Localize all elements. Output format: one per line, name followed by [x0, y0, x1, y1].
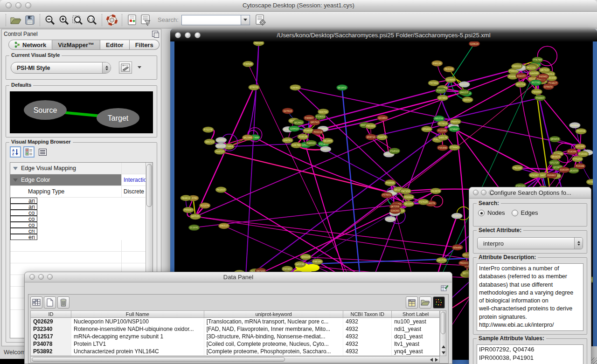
table-cell[interactable]: nu100_yeast [392, 318, 439, 325]
table-cell[interactable]: Nucleoporin NUP100/NSP100 [71, 318, 204, 325]
matrix-view-button[interactable] [433, 296, 445, 309]
close-button[interactable] [473, 190, 479, 195]
scroll-up-arrow[interactable] [442, 345, 445, 348]
group-by-category-button[interactable] [23, 146, 35, 158]
table-row[interactable]: Q12517mRNA-decapping enzyme subunit 1[3D… [31, 333, 439, 340]
attribute-batch-button[interactable] [406, 296, 418, 309]
table-cell[interactable]: P34078 [31, 340, 71, 348]
radio-edges[interactable] [512, 210, 518, 216]
float-panel-button[interactable] [441, 284, 448, 292]
table-cell[interactable]: [FAD, NAD, Flavoprotein, Inner membrane,… [204, 325, 344, 333]
tab-network[interactable]: Network [8, 40, 52, 50]
float-panel-icon[interactable] [152, 31, 158, 37]
scroll-left-arrow[interactable] [430, 358, 433, 362]
table-cell[interactable]: [3D-structure, RNA-binding, Nonsense-med… [204, 333, 344, 340]
tab-vizmapper[interactable]: VizMapper™ [52, 40, 100, 50]
search-combobox[interactable] [181, 15, 250, 25]
edit-style-button[interactable] [119, 62, 132, 74]
visual-style-combobox[interactable]: PSI-MI Style [11, 62, 111, 74]
mapping-row[interactable]: colocalization/visualisation tec... [10, 216, 37, 222]
dialog-titlebar[interactable]: Configure Search Options fo... [469, 187, 591, 199]
table-cell[interactable]: Protein LTV1 [71, 340, 204, 348]
radio-nodes[interactable] [478, 210, 485, 216]
mapping-row[interactable]: Mapping TypeDiscrete ... [10, 186, 153, 198]
mapping-row[interactable]: anti tag coimmunoprecipitation [10, 204, 37, 210]
mapping-row[interactable]: Edge Visual Mapping [10, 163, 153, 174]
table-cell[interactable]: Q12517 [31, 333, 71, 340]
scroll-right-arrow[interactable] [435, 358, 438, 362]
table-cell[interactable]: Rotenone-insensitive NADH-ubiquinone oxi… [71, 325, 204, 333]
tab-filters[interactable]: Filters [130, 40, 160, 50]
table-row[interactable]: P53892Uncharacterized protein YNL164C[Co… [31, 348, 439, 355]
sample-value[interactable]: IPR001388, P33328 [477, 362, 583, 364]
scrollbar-thumb[interactable] [441, 312, 445, 334]
table-cell[interactable]: ynq4_yeast [392, 348, 439, 355]
resize-grip[interactable] [591, 346, 597, 364]
table-cell[interactable]: dcp1_yeast [392, 333, 439, 340]
table-vertical-scrollbar[interactable] [440, 310, 446, 356]
mapping-row[interactable]: Edge ColorInteractio... [10, 174, 153, 186]
table-cell[interactable]: ltv1_yeast [392, 340, 439, 348]
mapping-row[interactable]: enzyme linked immunosorben... [10, 234, 37, 240]
help-button[interactable] [105, 13, 119, 27]
configure-search-button[interactable] [254, 13, 268, 27]
table-cell[interactable]: [Translocation, mRNA transport, Nuclear … [204, 318, 344, 325]
table-row[interactable]: Q02629Nucleoporin NUP100/NSP100[Transloc… [31, 318, 439, 325]
tab-editor[interactable]: Editor [100, 40, 130, 50]
mapping-row[interactable]: cross-linking studies [10, 228, 37, 234]
filter-button[interactable] [139, 13, 153, 27]
table-row[interactable]: P32340Rotenone-insensitive NADH-ubiquino… [31, 325, 439, 333]
scroll-down-arrow[interactable] [442, 351, 445, 354]
sort-alphabetical-button[interactable]: AZ [10, 146, 21, 158]
table-cell[interactable]: 4932 [343, 348, 392, 355]
table-cell[interactable]: ndi1_yeast [392, 325, 439, 333]
network-titlebar[interactable]: /Users/kono/Desktop/Saccharomyces.psi25 … [170, 29, 597, 41]
disclosure-triangle-icon[interactable] [13, 167, 18, 170]
save-button[interactable] [23, 13, 37, 27]
table-cell[interactable]: 4932 [343, 340, 392, 348]
zoom-in-button[interactable] [57, 13, 71, 27]
zoom-fit-button[interactable]: 1:1 [85, 13, 99, 27]
defaults-preview[interactable]: Source Target [10, 91, 153, 133]
column-header[interactable]: Full Name [71, 311, 204, 317]
table-cell[interactable]: 4932 [343, 318, 392, 325]
mapping-row[interactable]: coimmunoprecipitation [10, 210, 37, 216]
table-cell[interactable]: 4932 [343, 325, 392, 333]
open-file-button[interactable] [9, 13, 23, 27]
import-attributes-button[interactable] [419, 296, 431, 309]
search-input[interactable] [181, 15, 241, 25]
table-cell[interactable]: mRNA-decapping enzyme subunit 1 [71, 333, 204, 340]
scrollbar-thumb[interactable] [32, 357, 285, 362]
column-header[interactable]: ID [31, 311, 71, 317]
zoom-out-button[interactable] [43, 13, 57, 27]
column-header[interactable]: NCBI Taxon ID [343, 311, 392, 317]
table-row[interactable]: P34078Protein LTV1[Coiled coil, Complete… [31, 340, 439, 348]
table-cell[interactable]: Q02629 [31, 318, 71, 325]
zoom-selected-button[interactable] [71, 13, 85, 27]
table-cell[interactable]: P53892 [31, 348, 71, 355]
table-horizontal-scrollbar[interactable] [30, 356, 440, 363]
delete-attribute-button[interactable] [57, 296, 69, 309]
search-dropdown-button[interactable] [241, 15, 250, 25]
main-titlebar[interactable]: Cytoscape Desktop (Session: yeast1.cys) [0, 0, 597, 12]
select-attributes-button[interactable] [30, 296, 42, 309]
table-cell[interactable]: 4932 [343, 333, 392, 340]
table-cell[interactable]: [Complete proteome, Phosphoprotein, Sacc… [204, 348, 344, 355]
legend-button[interactable] [37, 146, 48, 158]
scrollbar-thumb[interactable] [146, 164, 152, 207]
attribute-combobox[interactable]: interpro [477, 237, 583, 249]
table-cell[interactable]: Uncharacterized protein YNL164C [71, 348, 204, 355]
data-panel-titlebar[interactable]: Data Panel [25, 272, 452, 282]
minimize-button[interactable] [481, 190, 486, 195]
mapping-row[interactable]: anti bait coimmunoprecipitation [10, 198, 37, 204]
disclosure-triangle-icon[interactable] [13, 179, 18, 182]
table-cell[interactable]: P32340 [31, 325, 71, 333]
column-header[interactable]: Short Label [392, 311, 439, 317]
mapping-row[interactable]: copurification [10, 222, 37, 228]
column-header[interactable]: uniprot-keyword [204, 311, 344, 317]
table-cell[interactable]: [Coiled coil, Complete proteome, Nucleus… [204, 340, 344, 348]
sample-value[interactable]: IPR000038, P41901 [477, 353, 583, 362]
new-attribute-button[interactable] [44, 296, 56, 309]
create-view-button[interactable] [125, 13, 139, 27]
style-options-caret[interactable] [138, 66, 141, 69]
